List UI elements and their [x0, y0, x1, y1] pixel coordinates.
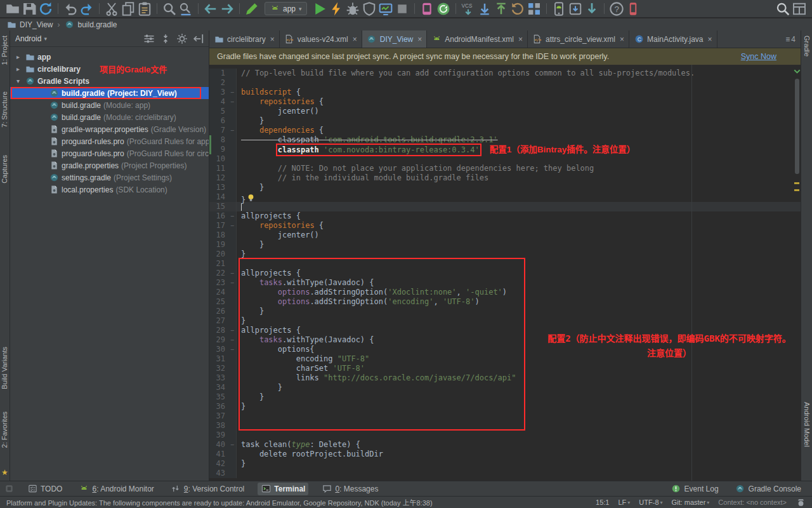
gear-icon[interactable]	[176, 31, 188, 46]
breadcrumb-file[interactable]: build.gradle	[77, 20, 117, 29]
vcs-branch-widget[interactable]: Git: master▾	[672, 498, 710, 506]
project-tree-item-build-gradle[interactable]: build.gradle (Module: circlelibrary)	[10, 111, 209, 123]
code-line-24[interactable]: 24 options.addStringOption('Xdoclint:non…	[209, 288, 801, 297]
caret-position-widget[interactable]: 15:1	[596, 498, 609, 506]
scrollbar-thumb[interactable]	[795, 79, 799, 174]
code-line-40[interactable]: 40−task clean(type: Delete) {	[209, 440, 801, 450]
code-line-36[interactable]: 36}	[209, 402, 801, 411]
fold-marker-icon[interactable]: −	[228, 126, 237, 135]
toolwindow-button-android-monitor[interactable]: 6: Android Monitor	[75, 483, 157, 495]
vcs-checkout-icon[interactable]: VCS	[461, 1, 476, 17]
code-line-13[interactable]: 13 }	[209, 183, 801, 192]
toolwindow-switcher-icon[interactable]	[4, 484, 14, 494]
code-line-41[interactable]: 41 delete rootProject.buildDir	[209, 450, 801, 459]
editor-tab-values-v24-xml[interactable]: </>values-v24.xml×	[280, 30, 362, 48]
editor-tab-androidmanifest-xml[interactable]: AndroidManifest.xml×	[427, 30, 528, 48]
fold-marker-icon[interactable]: −	[228, 345, 237, 354]
toolwindow-button-messages[interactable]: 0: Messages	[318, 483, 381, 495]
code-line-3[interactable]: 3−buildscript {	[209, 88, 801, 97]
editor-scrollbar[interactable]	[793, 65, 801, 481]
debug-icon[interactable]	[345, 1, 360, 17]
project-view-selector[interactable]: Android	[15, 34, 41, 43]
replace-icon[interactable]	[178, 1, 193, 17]
code-editor[interactable]: 1// Top-level build file where you can a…	[209, 65, 801, 481]
code-line-15[interactable]: 15	[209, 202, 801, 211]
code-line-16[interactable]: 16−allprojects {	[209, 211, 801, 221]
code-line-7[interactable]: 7− dependencies {	[209, 126, 801, 135]
fold-marker-icon[interactable]: −	[228, 278, 237, 288]
code-line-21[interactable]: 21	[209, 259, 801, 269]
fold-marker-icon[interactable]: −	[228, 335, 237, 345]
window-grid-icon[interactable]	[792, 1, 807, 17]
editor-tab-mainactivity-java[interactable]: CMainActivity.java×	[629, 30, 717, 48]
fold-marker-icon[interactable]: −	[228, 211, 237, 221]
open-icon[interactable]	[5, 1, 20, 17]
stripe-structure-button[interactable]: 7: Structure	[1, 91, 8, 128]
run-icon[interactable]	[312, 1, 327, 17]
make-icon[interactable]	[244, 1, 259, 17]
copy-icon[interactable]	[121, 1, 136, 17]
code-line-8[interactable]: 8 classpath 'com.android.tools.build:gra…	[209, 135, 801, 145]
stripe-project-button[interactable]: 1: Project	[1, 36, 8, 65]
code-line-35[interactable]: 35 }	[209, 392, 801, 402]
fold-marker-icon[interactable]: −	[228, 221, 237, 231]
stripe-captures-button[interactable]: Captures	[1, 155, 8, 184]
code-line-2[interactable]: 2	[209, 78, 801, 88]
code-line-34[interactable]: 34 }	[209, 383, 801, 392]
code-line-11[interactable]: 11 // NOTE: Do not place your applicatio…	[209, 164, 801, 173]
vcs-update-icon[interactable]	[477, 1, 492, 17]
sync-now-link[interactable]: Sync Now	[741, 52, 776, 61]
project-tree-item-gradle-scripts[interactable]: ▾Gradle Scripts	[10, 75, 209, 87]
help-icon[interactable]: ?	[609, 1, 624, 17]
fold-marker-icon[interactable]: −	[228, 440, 237, 450]
close-tab-icon[interactable]: ×	[417, 35, 422, 44]
editor-tab-circlelibrary[interactable]: circlelibrary×	[209, 30, 280, 48]
chevron-collapsed-icon[interactable]: ▸	[14, 65, 22, 72]
sdk-manager-icon[interactable]	[568, 1, 583, 17]
chevron-expanded-icon[interactable]: ▾	[14, 77, 22, 84]
code-line-10[interactable]: 10	[209, 154, 801, 164]
download-icon[interactable]	[584, 1, 599, 17]
fold-marker-icon[interactable]: −	[228, 269, 237, 278]
toolwindow-button-event-log[interactable]: Event Log	[668, 483, 722, 495]
coverage-icon[interactable]	[362, 1, 377, 17]
collapse-icon[interactable]	[159, 31, 172, 46]
stripe-build-variants-button[interactable]: Build Variants	[1, 347, 8, 389]
code-line-25[interactable]: 25 options.addStringOption('encoding', '…	[209, 297, 801, 307]
editor-tab-attrs-circle-view-xml[interactable]: </>attrs_circle_view.xml×	[528, 30, 629, 48]
stripe-gradle-button[interactable]: Gradle	[803, 36, 811, 57]
line-separator-widget[interactable]: LF▾	[619, 498, 631, 506]
code-line-33[interactable]: 33 links "http://docs.oracle.com/javase/…	[209, 373, 801, 383]
code-line-18[interactable]: 18 jcenter()	[209, 231, 801, 240]
code-line-20[interactable]: 20}	[209, 250, 801, 259]
fold-marker-icon[interactable]: −	[228, 88, 237, 97]
code-line-4[interactable]: 4− repositories {	[209, 97, 801, 107]
project-tree-item-proguard-rules-pro[interactable]: proguard-rules.pro (ProGuard Rules for c…	[10, 147, 209, 159]
code-line-1[interactable]: 1// Top-level build file where you can a…	[209, 69, 801, 78]
cut-icon[interactable]	[104, 1, 119, 17]
stripe-android-model-button[interactable]: Android Model	[803, 402, 811, 447]
project-tree-item-settings-gradle[interactable]: settings.gradle (Project Settings)	[10, 171, 209, 184]
find-icon[interactable]	[162, 1, 177, 17]
close-tab-icon[interactable]: ×	[518, 35, 523, 44]
forward-icon[interactable]	[219, 1, 235, 17]
changes-icon[interactable]	[527, 1, 542, 17]
avd-manager-icon[interactable]	[551, 1, 566, 17]
code-line-37[interactable]: 37	[209, 411, 801, 421]
sync-icon[interactable]	[38, 1, 53, 17]
toolwindow-button-todo[interactable]: TODO	[24, 483, 65, 495]
warning-stripe-mark[interactable]	[794, 189, 799, 191]
vcs-commit-icon[interactable]	[494, 1, 509, 17]
chevron-collapsed-icon[interactable]: ▸	[14, 53, 22, 60]
breadcrumb-project[interactable]: DIY_View	[20, 20, 53, 29]
code-line-27[interactable]: 27}	[209, 316, 801, 326]
code-line-19[interactable]: 19 }	[209, 240, 801, 250]
project-tree-item-proguard-rules-pro[interactable]: proguard-rules.pro (ProGuard Rules for a…	[10, 135, 209, 147]
code-line-5[interactable]: 5 jcenter()	[209, 107, 801, 116]
toolwindow-button-terminal[interactable]: Terminal	[258, 483, 308, 495]
device-icon[interactable]	[625, 1, 641, 17]
code-line-32[interactable]: 32 charSet 'UTF-8'	[209, 364, 801, 373]
close-tab-icon[interactable]: ×	[270, 35, 275, 44]
fold-marker-icon[interactable]: −	[228, 326, 237, 335]
search-icon[interactable]	[775, 1, 790, 17]
